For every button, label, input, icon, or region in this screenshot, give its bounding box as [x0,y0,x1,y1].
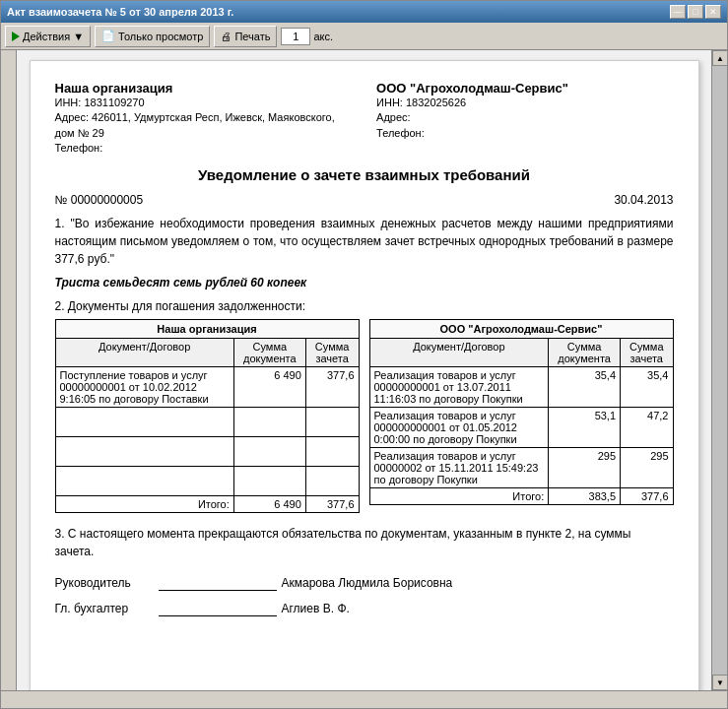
main-window: Акт взаимозачета № 5 от 30 апреля 2013 г… [0,0,728,709]
their-row-sum-offset: 295 [621,447,673,487]
print-icon: 🖨 [221,31,232,42]
scroll-track[interactable] [712,66,727,675]
their-total-label: Итого: [369,487,549,504]
their-inn-label: ИНН: [376,97,403,108]
maximize-button[interactable]: □ [688,5,703,19]
title-bar: Акт взаимозачета № 5 от 30 апреля 2013 г… [1,1,727,23]
window-title: Акт взаимозачета № 5 от 30 апреля 2013 г… [7,6,233,18]
their-org-phone: Телефон: [376,126,673,141]
actions-label: Действия [23,31,70,42]
table-row: Реализация товаров и услуг 000000000001 … [369,407,673,447]
sig2-line [159,601,277,616]
actions-icon [12,32,20,41]
their-col-sum-offset: Сумма зачета [621,338,673,366]
our-org-inn: ИНН: 1831109270 [55,96,352,110]
toolbar: Действия ▼ 📄 Только просмотр 🖨 Печать ак… [1,23,727,50]
scroll-down-button[interactable]: ▼ [712,675,727,690]
tables-container: Наша организация Документ/Договор Сумма … [55,319,674,513]
their-org-table: Документ/Договор Сумма документа Сумма з… [369,338,674,505]
doc-number: № 00000000005 [55,193,144,207]
their-row-doc: Реализация товаров и услуг 000000000001 … [369,407,549,447]
our-org-block: Наша организация ИНН: 1831109270 Адрес: … [55,81,352,157]
their-inn-value: 1832025626 [406,97,466,108]
left-scrollbar [1,50,17,690]
their-table-total-row: Итого: 383,5 377,6 [369,487,673,504]
our-col-doc: Документ/Договор [55,338,233,366]
our-inn-value: 1831109270 [84,97,144,108]
their-address-label: Адрес: [376,111,411,123]
our-table-header-row: Документ/Договор Сумма документа Сумма з… [55,338,359,366]
sig2-row: Гл. бухгалтер Аглиев В. Ф. [55,601,674,616]
view-only-icon: 📄 [101,30,115,42]
their-col-sum-doc: Сумма документа [549,338,621,366]
table-row: Поступление товаров и услуг 00000000001 … [55,366,359,407]
our-table-title: Наша организация [55,319,360,338]
our-row-sum-doc: 6 490 [233,366,305,407]
view-only-label: Только просмотр [118,31,203,42]
our-total-sum-offset: 377,6 [305,495,359,512]
our-col-sum-doc: Сумма документа [233,338,305,366]
doc-date: 30.04.2013 [614,193,673,207]
our-org-table: Документ/Договор Сумма документа Сумма з… [55,338,360,513]
signatures-section: Руководитель Акмарова Людмила Борисовна … [55,575,674,616]
document-title: Уведомление о зачете взаимных требований [55,166,674,183]
table-row: Реализация товаров и услуг 00000000001 о… [369,366,673,407]
content-area: Наша организация ИНН: 1831109270 Адрес: … [1,50,727,690]
our-org-address: Адрес: 426011, Удмуртская Респ, Ижевск, … [55,110,352,141]
their-row-sum-doc: 35,4 [549,366,621,407]
their-row-sum-offset: 47,2 [621,407,673,447]
our-row-sum-offset: 377,6 [305,366,359,407]
view-only-button[interactable]: 📄 Только просмотр [95,26,210,47]
amount-words: Триста семьдесят семь рублей 60 копеек [55,276,674,290]
page-counter: акс. [281,28,333,45]
document-page: Наша организация ИНН: 1831109270 Адрес: … [30,60,699,690]
our-org-name: Наша организация [55,81,352,96]
sig2-label: Гл. бухгалтер [55,602,154,615]
print-label: Печать [234,31,270,42]
close-button[interactable]: ✕ [705,5,721,19]
their-row-doc: Реализация товаров и услуг 00000000001 о… [369,366,549,407]
sig1-label: Руководитель [55,576,154,590]
our-phone-label: Телефон: [55,142,103,154]
their-org-inn: ИНН: 1832025626 [376,96,673,110]
page-number-input[interactable] [281,28,310,45]
sig1-name: Акмарова Людмила Борисовна [282,576,453,590]
sig1-line [159,575,277,591]
their-col-doc: Документ/Договор [369,338,549,366]
minimize-button[interactable]: — [670,5,686,19]
our-org-phone: Телефон: [55,141,352,156]
table-row: Реализация товаров и услуг 00000002 от 1… [369,447,673,487]
our-address-label: Адрес: [55,111,90,123]
scroll-up-button[interactable]: ▲ [712,50,727,66]
window-controls: — □ ✕ [670,5,721,19]
their-row-doc: Реализация товаров и услуг 00000002 от 1… [369,447,549,487]
table-row-empty [55,436,359,466]
their-table-header-row: Документ/Договор Сумма документа Сумма з… [369,338,673,366]
their-org-address: Адрес: [376,110,673,125]
their-org-block: ООО "Агрохолодмаш-Сервис" ИНН: 183202562… [376,81,673,157]
table-row-empty [55,466,359,495]
document-container: Наша организация ИНН: 1831109270 Адрес: … [17,50,711,690]
table-row-empty [55,407,359,436]
their-row-sum-offset: 35,4 [621,366,673,407]
our-total-label: Итого: [55,495,233,512]
their-table-title: ООО "Агрохолодмаш-Сервис" [369,319,674,338]
their-total-sum-doc: 383,5 [549,487,621,504]
paragraph-3: 3. С настоящего момента прекращаются обя… [55,525,674,560]
their-phone-label: Телефон: [376,127,425,139]
their-row-sum-doc: 295 [549,447,621,487]
actions-chevron-icon: ▼ [73,31,84,42]
sig2-name: Аглиев В. Ф. [282,602,350,615]
our-total-sum-doc: 6 490 [233,495,305,512]
their-row-sum-doc: 53,1 [549,407,621,447]
their-org-table-wrapper: ООО "Агрохолодмаш-Сервис" Документ/Догов… [369,319,674,513]
their-org-name: ООО "Агрохолодмаш-Сервис" [376,81,673,96]
actions-button[interactable]: Действия ▼ [5,26,91,47]
our-table-total-row: Итого: 6 490 377,6 [55,495,359,512]
sig1-row: Руководитель Акмарова Людмила Борисовна [55,575,674,591]
right-scrollbar: ▲ ▼ [711,50,727,690]
their-total-sum-offset: 377,6 [621,487,673,504]
print-button[interactable]: 🖨 Печать [214,26,277,47]
page-suffix: акс. [313,31,333,42]
status-bar [1,690,727,708]
